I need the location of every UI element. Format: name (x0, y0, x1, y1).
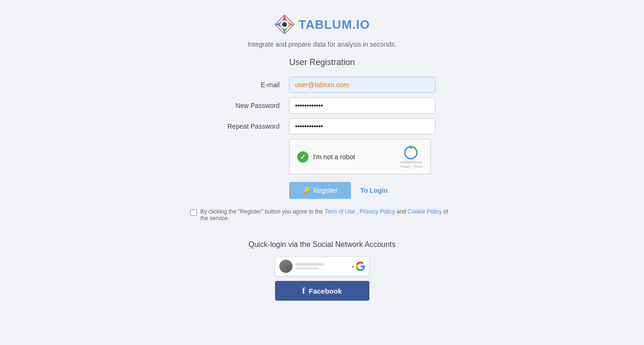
to-login-button[interactable]: To Login (360, 187, 388, 194)
svg-marker-3 (275, 22, 282, 27)
google-login-button[interactable]: ▾ (275, 256, 369, 276)
captcha-row: ✓ I'm not a robot reCAPTCHA Privacy - Te… (289, 139, 435, 174)
email-field[interactable] (289, 77, 435, 93)
registration-form: E-mail New Password Repeat Password ✓ I'… (209, 77, 435, 208)
main-content: User Registration E-mail New Password Re… (0, 58, 644, 301)
chevron-down-icon: ▾ (351, 264, 354, 269)
google-logo-icon (356, 262, 365, 271)
repeat-password-field[interactable] (289, 118, 435, 134)
email-row: E-mail (209, 77, 435, 93)
repeat-password-row: Repeat Password (209, 118, 435, 134)
buttons-row: 🔑 Register To Login (289, 182, 435, 199)
terms-of-use-link[interactable]: Term of Use (325, 208, 355, 215)
new-password-label: New Password (209, 102, 289, 109)
header: TABLUM.IO Integrate and prepare data for… (248, 14, 396, 48)
svg-marker-1 (287, 22, 294, 27)
facebook-label: Facebook (309, 287, 342, 295)
captcha-right: reCAPTCHA Privacy - Terms (400, 145, 422, 168)
facebook-icon: f (302, 286, 305, 296)
terms-text: By clicking the "Register" button you ag… (201, 208, 454, 222)
captcha-left: ✓ I'm not a robot (297, 151, 355, 163)
logo-text: TABLUM.IO (299, 17, 370, 32)
google-right: ▾ (351, 262, 365, 271)
cookie-policy-link[interactable]: Cookie Policy (408, 208, 442, 215)
account-name-bar (295, 263, 324, 266)
captcha-label: I'm not a robot (313, 153, 355, 161)
form-title: User Registration (289, 58, 355, 67)
register-button[interactable]: 🔑 Register (289, 182, 351, 199)
terms-row: By clicking the "Register" button you ag… (190, 208, 454, 222)
social-section: Quick-login via the Social Network Accou… (0, 240, 644, 301)
google-account-info (279, 260, 324, 273)
social-title: Quick-login via the Social Network Accou… (248, 240, 395, 249)
recaptcha-icon (403, 145, 418, 160)
google-avatar (279, 260, 293, 273)
new-password-field[interactable] (289, 98, 435, 114)
register-button-label: Register (313, 187, 338, 194)
svg-marker-2 (282, 27, 287, 34)
captcha-box[interactable]: ✓ I'm not a robot reCAPTCHA Privacy - Te… (289, 139, 431, 174)
recaptcha-brand: reCAPTCHA (401, 160, 422, 165)
terms-checkbox[interactable] (190, 209, 197, 216)
captcha-checkmark: ✓ (297, 151, 309, 163)
logo-container: TABLUM.IO (274, 14, 370, 35)
terms-text-before: By clicking the "Register" button you ag… (201, 208, 325, 215)
terms-and: and (396, 208, 407, 215)
recaptcha-privacy-link[interactable]: Privacy (400, 165, 410, 168)
repeat-password-label: Repeat Password (209, 123, 289, 130)
svg-marker-0 (282, 15, 287, 22)
account-text (295, 263, 324, 270)
facebook-login-button[interactable]: f Facebook (275, 281, 369, 301)
recaptcha-terms-link[interactable]: Terms (413, 165, 422, 168)
recaptcha-links: Privacy - Terms (400, 165, 422, 168)
logo-icon (274, 14, 295, 35)
tagline: Integrate and prepare data for analysis … (248, 41, 396, 48)
new-password-row: New Password (209, 98, 435, 114)
email-label: E-mail (209, 81, 289, 89)
svg-point-6 (282, 22, 287, 27)
privacy-policy-link[interactable]: Privacy Policy (360, 208, 395, 215)
account-email-bar (295, 267, 319, 270)
register-key-icon: 🔑 (302, 187, 310, 194)
